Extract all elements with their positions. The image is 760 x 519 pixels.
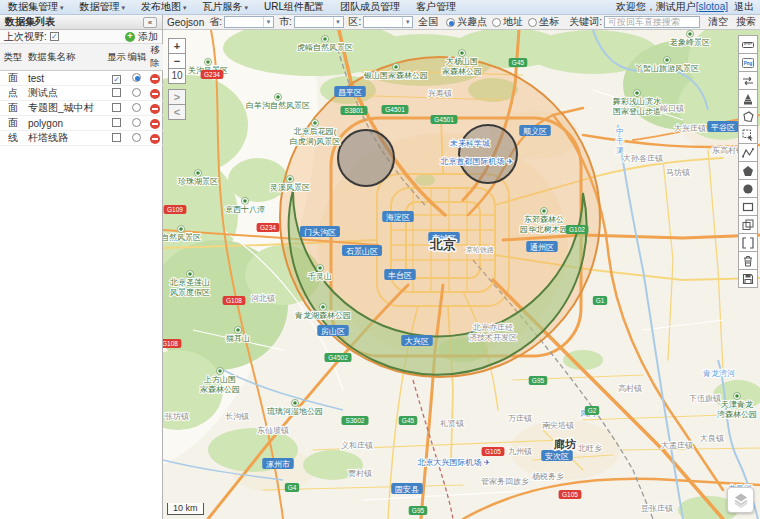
select-feature-button[interactable] xyxy=(738,125,758,144)
map-svg[interactable]: 昌平区顺义区平谷区海淀区门头沟区石景山区东城区通州区丰台区房山区大兴区安次区涿州… xyxy=(163,30,760,519)
svg-text:丰台区: 丰台区 xyxy=(388,271,412,280)
town-label: 豆张庄镇 xyxy=(640,504,673,513)
chevron-down-icon: ▾ xyxy=(183,4,187,11)
remove-button[interactable] xyxy=(150,74,160,84)
save-button[interactable] xyxy=(738,269,758,288)
svg-text:虎峪自然风景区: 虎峪自然风景区 xyxy=(297,43,353,52)
add-dataset-button[interactable]: + 添加 xyxy=(125,30,158,44)
collapse-sidebar-button[interactable]: « xyxy=(143,17,157,28)
svg-text:昌平区: 昌平区 xyxy=(338,88,362,97)
menu-item-0[interactable]: 数据集管理▾ xyxy=(0,0,72,15)
export-png-button[interactable]: Png xyxy=(738,53,758,72)
remove-button[interactable] xyxy=(150,134,160,144)
tower-marker-button[interactable] xyxy=(738,89,758,108)
remove-button[interactable] xyxy=(150,89,160,99)
dataset-row[interactable]: 面专题图_城中村 xyxy=(0,101,163,116)
edit-radio[interactable] xyxy=(132,103,141,112)
svg-text:北旺乡: 北旺乡 xyxy=(577,444,602,453)
draw-polyline-button[interactable] xyxy=(738,143,758,162)
menu-item-6[interactable]: 客户管理 xyxy=(408,0,464,14)
svg-text:G234: G234 xyxy=(260,224,276,231)
swap-arrows-button[interactable] xyxy=(738,71,758,90)
shield-green-label: G4 xyxy=(285,483,299,492)
right-eye-overlay[interactable] xyxy=(459,125,517,183)
svg-text:丫髻山旅游风景区: 丫髻山旅游风景区 xyxy=(635,64,699,73)
draw-polygon-button[interactable] xyxy=(738,107,758,126)
svg-text:万庄镇: 万庄镇 xyxy=(508,414,532,423)
remove-button[interactable] xyxy=(150,119,160,129)
history-back-button[interactable]: < xyxy=(168,104,186,120)
svg-text:固安县: 固安县 xyxy=(395,485,419,494)
visible-checkbox[interactable] xyxy=(112,133,121,142)
svg-text:安次区: 安次区 xyxy=(545,452,569,461)
map-container[interactable]: 昌平区顺义区平谷区海淀区门头沟区石景山区东城区通州区丰台区房山区大兴区安次区涿州… xyxy=(163,30,760,519)
town-label: 管家务回族乡 xyxy=(481,477,529,486)
svg-text:豆张庄镇: 豆张庄镇 xyxy=(640,504,673,513)
map-zoom-control: + − 10 > < xyxy=(168,38,186,119)
town-label: 大良镇 xyxy=(700,434,724,443)
left-eye-overlay[interactable] xyxy=(338,130,394,186)
keyword-input[interactable] xyxy=(604,16,700,28)
zoom-in-button[interactable]: + xyxy=(168,38,186,54)
layers-button[interactable] xyxy=(727,487,754,513)
draw-rectangle-button[interactable] xyxy=(738,197,758,216)
edit-radio[interactable] xyxy=(132,118,141,127)
username-link[interactable]: [slotoa] xyxy=(696,1,728,12)
shield-red-label: G234 xyxy=(201,70,224,79)
visible-checkbox[interactable] xyxy=(112,103,121,112)
dataset-row[interactable]: 面polygon xyxy=(0,116,163,131)
copy-overlap-button[interactable] xyxy=(738,215,758,234)
draw-circle-button[interactable] xyxy=(738,179,758,198)
edit-radio[interactable] xyxy=(132,73,141,82)
keyword-label: 关键词: xyxy=(569,15,602,29)
province-label: 省: xyxy=(209,15,222,29)
svg-text:猫耳山: 猫耳山 xyxy=(226,334,250,343)
search-type-radio-0[interactable]: 兴趣点 xyxy=(446,15,487,29)
dataset-row[interactable]: 点测试点 xyxy=(0,86,163,101)
menu-item-4[interactable]: URL组件配置 xyxy=(256,0,332,14)
svg-text:G95: G95 xyxy=(532,377,545,384)
history-forward-button[interactable]: > xyxy=(168,89,186,105)
visible-checkbox[interactable] xyxy=(112,118,121,127)
city-select[interactable]: ▼ xyxy=(294,16,344,28)
column-header: 数据集名称 xyxy=(26,44,106,71)
shield-green-label: G4501 xyxy=(382,105,409,114)
chevron-down-icon: ▼ xyxy=(333,17,343,27)
measure-button[interactable] xyxy=(738,35,758,54)
dataset-type: 面 xyxy=(0,101,26,116)
svg-text:G1: G1 xyxy=(596,297,605,304)
delete-button[interactable] xyxy=(738,251,758,270)
blue-label: 未来科学城 xyxy=(449,139,490,148)
svg-text:千灵山: 千灵山 xyxy=(307,272,332,281)
menu-item-1[interactable]: 数据管理▾ xyxy=(72,0,134,15)
edit-radio[interactable] xyxy=(132,133,141,142)
crop-brackets-button[interactable] xyxy=(738,233,758,252)
search-type-radio-2[interactable]: 坐标 xyxy=(528,15,559,29)
last-view-checkbox[interactable]: ✓ xyxy=(50,32,59,41)
remove-button[interactable] xyxy=(150,104,160,114)
menu-item-2[interactable]: 发布地图▾ xyxy=(133,0,195,15)
scope-label[interactable]: 全国 xyxy=(418,15,438,29)
visible-checkbox[interactable] xyxy=(112,88,121,97)
search-type-radio-1[interactable]: 地址 xyxy=(492,15,523,29)
logout-link[interactable]: 退出 xyxy=(734,1,754,12)
clear-button[interactable]: 清空 xyxy=(708,15,728,29)
edit-radio[interactable] xyxy=(132,88,141,97)
svg-text:通州区: 通州区 xyxy=(530,242,554,252)
visible-checkbox[interactable]: ✓ xyxy=(112,75,121,84)
district-select[interactable]: ▼ xyxy=(363,16,413,28)
dataset-row[interactable]: 线杆塔线路 xyxy=(0,131,163,146)
draw-pentagon-button[interactable] xyxy=(738,161,758,180)
search-button[interactable]: 搜索 xyxy=(736,15,756,29)
menu-item-3[interactable]: 瓦片服务▾ xyxy=(195,0,257,15)
dataset-row[interactable]: 面test✓ xyxy=(0,71,163,86)
menu-bar: 数据集管理▾数据管理▾发布地图▾瓦片服务▾URL组件配置团队成员管理客户管理 欢… xyxy=(0,0,760,15)
sidebar-header: 数据集列表 « xyxy=(0,15,162,30)
town-label: 河北镇 xyxy=(251,294,275,303)
zoom-out-button[interactable]: − xyxy=(168,53,186,69)
town-label: 贾村镇 xyxy=(348,469,372,478)
province-select[interactable]: ▼ xyxy=(224,16,274,28)
menu-item-5[interactable]: 团队成员管理 xyxy=(332,0,408,14)
svg-text:G45: G45 xyxy=(512,59,525,66)
svg-text:平谷区: 平谷区 xyxy=(711,123,735,132)
